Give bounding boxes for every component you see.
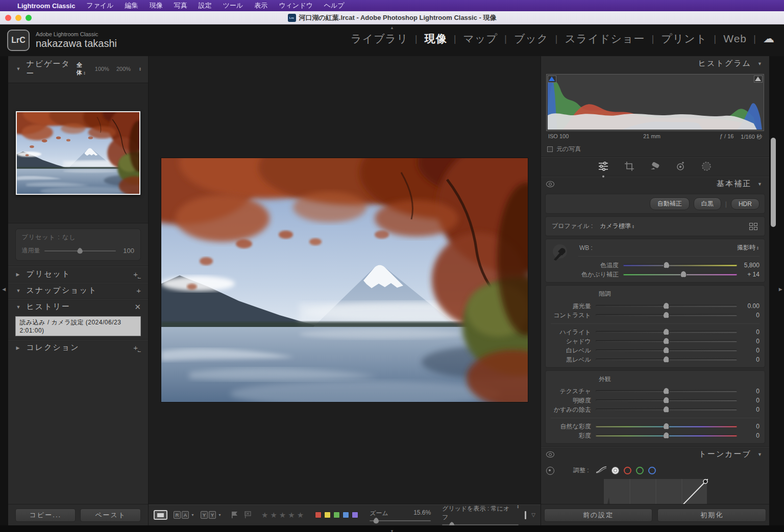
edit-tool-icon[interactable] [598,161,609,173]
zoom-slider[interactable] [370,520,431,521]
module-print[interactable]: プリント [661,32,707,46]
navigator-zoom-100[interactable]: 100% [95,66,109,72]
menu-help[interactable]: ヘルプ [324,1,345,10]
tone-curve-editor[interactable] [603,478,707,504]
slider-thumb[interactable] [663,423,669,429]
previous-settings-button[interactable]: 前の設定 [544,509,653,522]
texture-value[interactable]: 0 [737,388,760,395]
menu-window[interactable]: ウィンドウ [279,1,313,10]
healing-tool-icon[interactable] [650,162,660,173]
menu-tools[interactable]: ツール [223,1,243,10]
collections-panel-header[interactable]: ▶ コレクション +˾ [8,339,149,356]
clarity-slider[interactable] [596,399,737,401]
presets-panel-header[interactable]: ▶ プリセット +˾ [8,266,149,282]
clear-history-icon[interactable]: ✕ [134,302,141,312]
tone-curve-header[interactable]: トーンカーブ ▼ [541,446,769,462]
crop-tool-icon[interactable] [624,161,634,173]
add-collection-icon[interactable]: +˾ [133,343,141,352]
dehaze-slider[interactable] [596,409,737,411]
menu-develop[interactable]: 現像 [150,1,163,10]
add-preset-icon[interactable]: +˾ [133,270,141,278]
shadow-clipping-indicator[interactable] [548,75,556,83]
chevron-down-icon[interactable]: ▼ [191,513,194,517]
whites-slider[interactable] [596,349,737,351]
preset-amount-slider[interactable] [44,250,116,251]
slider-thumb[interactable] [663,328,669,335]
module-web[interactable]: Web [723,33,747,45]
slider-thumb[interactable] [373,518,379,524]
saturation-slider[interactable] [596,435,737,437]
panel-eye-icon[interactable] [546,181,554,187]
history-item[interactable]: 読み込み / カメラ設定 (2024/06/23 2:01:00) [15,316,141,336]
profile-value[interactable]: カメラ標準 [600,222,631,231]
histogram-header[interactable]: ヒストグラム ▼ [541,56,769,71]
menu-file[interactable]: ファイル [86,1,113,10]
color-label-red[interactable] [315,512,322,518]
wb-eyedropper-icon[interactable] [550,242,570,265]
menu-photo[interactable]: 写真 [174,1,187,10]
slider-thumb[interactable] [663,356,669,363]
histogram-display[interactable] [546,74,764,131]
star-rating[interactable]: ★★★★★ [261,511,306,520]
paste-settings-button[interactable]: ペースト [80,509,141,522]
slider-thumb[interactable] [664,262,670,268]
temp-value[interactable]: 5,800 [737,262,760,269]
collapse-right-panel-icon[interactable]: ▶ [779,287,782,292]
close-window-button[interactable] [5,15,11,21]
vibrance-value[interactable]: 0 [737,423,760,430]
exposure-value[interactable]: 0.00 [737,302,760,310]
loupe-view-icon[interactable] [154,510,167,520]
saturation-value[interactable]: 0 [737,432,760,439]
module-book[interactable]: ブック [514,32,548,46]
blue-channel-icon[interactable] [648,467,656,474]
blacks-slider[interactable] [596,359,737,361]
green-channel-icon[interactable] [636,467,644,474]
color-label-blue[interactable] [342,512,349,518]
scrollbar-thumb[interactable] [771,138,776,227]
auto-tone-button[interactable]: 自動補正 [650,197,690,210]
red-channel-icon[interactable] [624,467,631,474]
menu-settings[interactable]: 設定 [199,1,212,10]
navigator-preview-image[interactable] [16,111,140,195]
panel-eye-icon[interactable] [546,451,554,458]
browse-profiles-icon[interactable] [749,223,758,230]
color-label-purple[interactable] [352,512,358,518]
original-photo-checkbox[interactable] [547,146,553,152]
module-develop[interactable]: 現像 [425,32,447,46]
navigator-zoom-stepper-icon[interactable]: ▴▾ [139,67,141,71]
toolbar-options-icon[interactable]: ▽ [531,512,535,518]
wb-stepper-icon[interactable]: ▴▾ [757,246,758,250]
highlight-clipping-indicator[interactable] [754,75,763,83]
add-snapshot-icon[interactable]: + [136,286,141,295]
hdr-button[interactable]: HDR [731,198,760,210]
profile-stepper-icon[interactable]: ▴▾ [632,224,634,229]
copy-settings-button[interactable]: コピー... [15,509,76,522]
navigator-zoom-200[interactable]: 200% [116,66,131,72]
vibrance-slider[interactable] [596,425,737,427]
masking-tool-icon[interactable] [701,161,712,174]
grid-overlay-stepper-icon[interactable]: ▴▾ [517,504,519,522]
tint-slider[interactable] [623,273,737,275]
before-after-split-icon[interactable]: YY▼ [201,511,222,519]
slider-thumb[interactable] [663,406,669,413]
parametric-curve-icon[interactable] [596,466,607,475]
blacks-value[interactable]: 0 [737,356,760,363]
reject-flag-icon[interactable] [244,511,252,519]
menu-edit[interactable]: 編集 [125,1,138,10]
whites-value[interactable]: 0 [737,347,760,354]
zoom-window-button[interactable] [26,15,32,21]
module-slideshow[interactable]: スライドショー [565,32,645,46]
black-white-button[interactable]: 白黒 [694,197,721,210]
collapse-left-panel-icon[interactable]: ◀ [2,287,6,292]
shadows-slider[interactable] [596,340,737,342]
point-curve-icon[interactable] [611,467,619,474]
collapse-top-panel-icon[interactable]: ▲ [390,26,394,30]
slider-thumb[interactable] [663,347,669,353]
dehaze-value[interactable]: 0 [737,406,760,413]
navigator-fit-option[interactable]: 全体▴▾ [77,61,88,77]
slider-thumb[interactable] [663,432,669,439]
tint-value[interactable]: + 14 [737,271,760,278]
menu-view[interactable]: 表示 [254,1,267,10]
contrast-value[interactable]: 0 [737,312,760,319]
red-eye-tool-icon[interactable] [675,162,685,173]
